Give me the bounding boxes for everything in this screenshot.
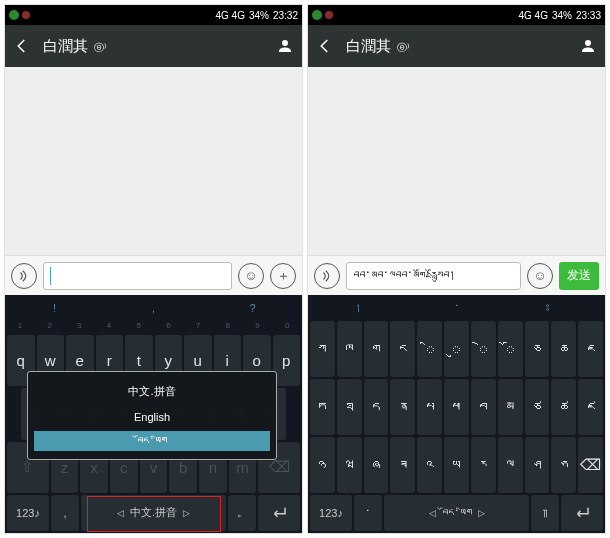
- period-key[interactable]: 。: [228, 495, 256, 531]
- comma-key[interactable]: ,: [51, 495, 79, 531]
- status-bar: 4G 4G 34% 23:33: [308, 5, 605, 25]
- tib-key[interactable]: ཐ: [337, 379, 362, 435]
- tib-key[interactable]: ཀ: [310, 321, 335, 377]
- tib-key[interactable]: ཕ: [444, 379, 469, 435]
- tib-key[interactable]: ཛ: [578, 379, 603, 435]
- tib-key[interactable]: ཆ: [551, 321, 576, 377]
- hint-key[interactable]: ?: [203, 295, 302, 321]
- chat-area[interactable]: [5, 67, 302, 255]
- status-dot-red: [325, 11, 333, 19]
- shad-key[interactable]: ༎: [531, 495, 559, 531]
- tib-key[interactable]: ཏ: [310, 379, 335, 435]
- tib-key[interactable]: པ: [417, 379, 442, 435]
- chat-title: 白潤其: [346, 37, 391, 54]
- tib-key[interactable]: ཤ: [525, 437, 550, 493]
- language-popup: 中文.拼音 English བོད་ཡིག: [27, 371, 277, 460]
- tib-key[interactable]: ཧ: [551, 437, 576, 493]
- tib-key[interactable]: ོ: [498, 321, 523, 377]
- signal-label: 4G 4G: [215, 10, 244, 21]
- chat-area[interactable]: [308, 67, 605, 255]
- status-dot-green: [312, 10, 322, 20]
- enter-key[interactable]: [561, 495, 603, 531]
- tsheg-key[interactable]: ་: [354, 495, 382, 531]
- battery-pct: 34%: [249, 10, 269, 21]
- keyboard: ! , ? 1 2 3 4 5 6 7 8 9 0 q w e r t: [5, 295, 302, 533]
- chat-header: 白潤其 ⓔ⁾: [308, 25, 605, 67]
- status-dot-red: [22, 11, 30, 19]
- tib-key[interactable]: ི: [417, 321, 442, 377]
- symbols-key[interactable]: 123♪: [7, 495, 49, 531]
- voice-button[interactable]: [11, 263, 37, 289]
- tib-key[interactable]: ེ: [471, 321, 496, 377]
- tib-key[interactable]: ཇ: [578, 321, 603, 377]
- earpiece-icon: ⓔ⁾: [94, 42, 106, 53]
- tib-key[interactable]: མ: [498, 379, 523, 435]
- backspace-key[interactable]: ⌫: [578, 437, 603, 493]
- lang-option-english[interactable]: English: [34, 407, 270, 427]
- highlight-box: [87, 496, 221, 532]
- tib-key[interactable]: ཡ: [444, 437, 469, 493]
- profile-button[interactable]: [276, 37, 294, 55]
- tib-key[interactable]: ཟ: [390, 437, 415, 493]
- back-button[interactable]: [316, 37, 336, 55]
- battery-pct: 34%: [552, 10, 572, 21]
- clock: 23:33: [576, 10, 601, 21]
- hint-key[interactable]: །: [308, 295, 407, 321]
- earpiece-icon: ⓔ⁾: [397, 42, 409, 53]
- emoji-button[interactable]: ☺: [238, 263, 264, 289]
- send-button[interactable]: 发送: [559, 262, 599, 290]
- add-button[interactable]: ＋: [270, 263, 296, 289]
- tib-key[interactable]: ཁ: [337, 321, 362, 377]
- emoji-button[interactable]: ☺: [527, 263, 553, 289]
- chat-title: 白潤其: [43, 37, 88, 54]
- chat-header: 白潤其 ⓔ⁾: [5, 25, 302, 67]
- tib-key[interactable]: བ: [471, 379, 496, 435]
- enter-key[interactable]: [258, 495, 300, 531]
- keyboard: ། ་ ཿ ཀ ཁ ག ང ི ུ ེ ོ ཅ ཆ ཇ ཏ ཐ ད ན: [308, 295, 605, 533]
- tib-key[interactable]: འ: [417, 437, 442, 493]
- message-input[interactable]: བབ་མབ་ལབབ་མགོ་རྫོསླུབ།: [346, 262, 521, 290]
- hint-key[interactable]: ་: [407, 295, 506, 321]
- hint-key[interactable]: ཿ: [506, 295, 605, 321]
- spacebar[interactable]: ◁ བོད་ཡིག ▷: [384, 495, 529, 531]
- clock: 23:32: [273, 10, 298, 21]
- tib-key[interactable]: ཉ: [310, 437, 335, 493]
- tib-key[interactable]: ལ: [498, 437, 523, 493]
- tib-key[interactable]: ཝ: [337, 437, 362, 493]
- status-bar: 4G 4G 34% 23:32: [5, 5, 302, 25]
- hint-key[interactable]: !: [5, 295, 104, 321]
- tib-key[interactable]: ུ: [444, 321, 469, 377]
- tib-key[interactable]: ག: [364, 321, 389, 377]
- profile-button[interactable]: [579, 37, 597, 55]
- back-button[interactable]: [13, 37, 33, 55]
- lang-option-pinyin[interactable]: 中文.拼音: [34, 380, 270, 403]
- tib-key[interactable]: ཅ: [525, 321, 550, 377]
- tib-key[interactable]: ཞ: [364, 437, 389, 493]
- tib-key[interactable]: ང: [390, 321, 415, 377]
- tib-key[interactable]: ད: [364, 379, 389, 435]
- tib-key[interactable]: ར: [471, 437, 496, 493]
- voice-button[interactable]: [314, 263, 340, 289]
- hint-key[interactable]: ,: [104, 295, 203, 321]
- input-bar: བབ་མབ་ལབབ་མགོ་རྫོསླུབ། ☺ 发送: [308, 255, 605, 295]
- message-input[interactable]: [43, 262, 232, 290]
- lang-option-tibetan[interactable]: བོད་ཡིག: [34, 431, 270, 451]
- status-dot-green: [9, 10, 19, 20]
- input-bar: ☺ ＋: [5, 255, 302, 295]
- signal-label: 4G 4G: [518, 10, 547, 21]
- tib-key[interactable]: ཚ: [551, 379, 576, 435]
- phone-left: 4G 4G 34% 23:32 白潤其 ⓔ⁾ ☺ ＋: [4, 4, 303, 534]
- phone-right: 4G 4G 34% 23:33 白潤其 ⓔ⁾ བབ་མབ་ལབབ་མགོ་རྫོ…: [307, 4, 606, 534]
- tib-key[interactable]: ཙ: [525, 379, 550, 435]
- tib-key[interactable]: ན: [390, 379, 415, 435]
- symbols-key[interactable]: 123♪: [310, 495, 352, 531]
